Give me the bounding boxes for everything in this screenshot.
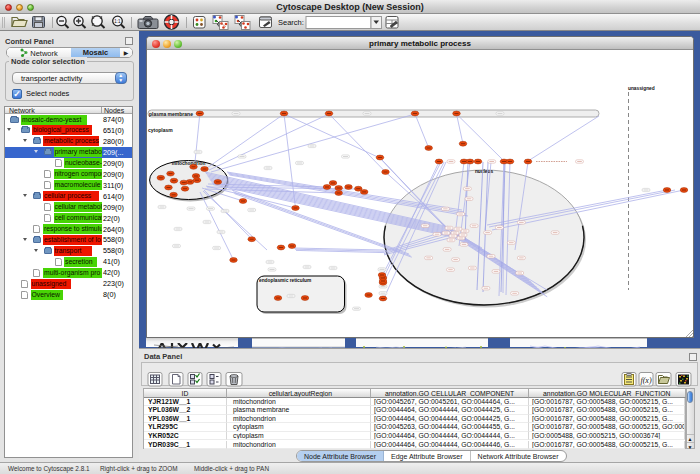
svg-text:unassigned: unassigned [628, 86, 655, 91]
svg-text:plasma membrane: plasma membrane [149, 111, 193, 117]
svg-text:f(x): f(x) [640, 375, 651, 384]
svg-text:cytoplasm: cytoplasm [148, 127, 173, 133]
svg-text:Search:: Search: [278, 18, 304, 27]
svg-text:endoplasmic reticulum: endoplasmic reticulum [259, 278, 311, 283]
svg-text:mitochondrion: mitochondrion [172, 161, 206, 166]
svg-text:1:1: 1:1 [114, 19, 121, 24]
